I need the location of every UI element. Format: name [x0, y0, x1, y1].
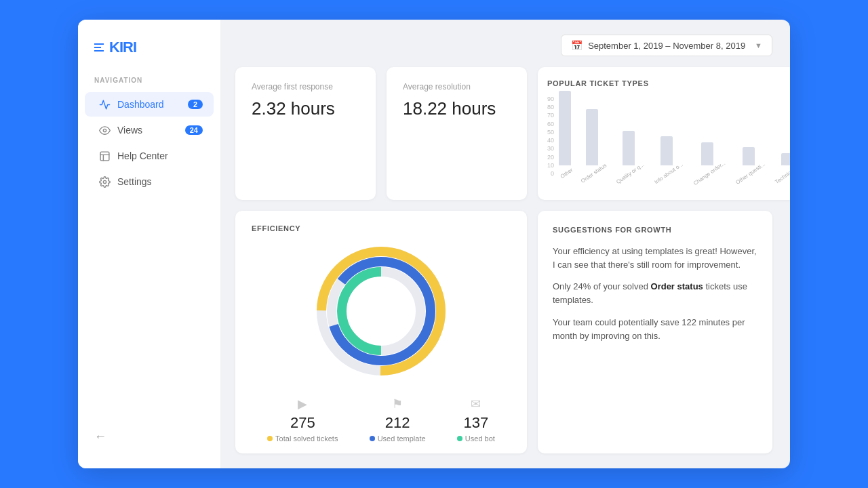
svg-point-4	[103, 180, 106, 183]
sidebar-item-dashboard[interactable]: Dashboard 2	[85, 92, 214, 117]
svg-rect-1	[100, 152, 109, 161]
stats-row: Average first response 2.32 hours Averag…	[235, 67, 527, 200]
date-range-picker[interactable]: 📅 September 1, 2019 – November 8, 2019 ▼	[561, 35, 772, 56]
middle-row: EFFICIENCY	[235, 211, 772, 453]
legend-solved: ▶ 275 Total solved tickets	[267, 396, 338, 443]
bar	[701, 142, 713, 165]
svg-point-0	[103, 129, 106, 131]
dashboard-icon	[98, 98, 111, 110]
legend-bot: ✉ 137 Used bot	[457, 396, 495, 443]
bars-area: OtherOrder statusQuality or q...Info abo…	[558, 96, 790, 190]
settings-icon	[98, 176, 111, 188]
bot-value: 137	[464, 414, 489, 432]
bot-label: Used bot	[457, 434, 495, 443]
template-label: Used template	[370, 434, 426, 443]
bar-x-label: Order status	[580, 162, 608, 184]
help-center-icon	[98, 150, 111, 162]
bar-group: Other questi...	[732, 147, 766, 177]
send-icon: ▶	[298, 396, 307, 411]
avg-first-response-value: 2.32 hours	[252, 98, 359, 119]
sidebar-item-dashboard-badge: 2	[188, 100, 203, 109]
solved-label: Total solved tickets	[267, 434, 338, 443]
bar	[586, 109, 598, 165]
solved-dot	[267, 436, 273, 441]
suggestions-title: SUGGESTIONS FOR GROWTH	[553, 226, 757, 234]
popular-ticket-types-card: POPULAR TICKET TYPES 90 80 70 60 50 40 3…	[538, 67, 790, 200]
y-axis: 90 80 70 60 50 40 30 20 10 0	[547, 96, 554, 177]
avg-resolution-card: Average resolution 18.22 hours	[387, 67, 527, 200]
app-container: KIRI NAVIGATION Dashboard 2	[78, 20, 790, 468]
sidebar-item-settings-label: Settings	[117, 176, 203, 187]
bar	[743, 147, 755, 165]
bot-icon: ✉	[471, 396, 481, 411]
donut-chart	[252, 243, 511, 379]
suggestion-text-2: Only 24% of your solved Order status tic…	[553, 280, 757, 307]
flag-icon: ⚑	[392, 396, 403, 411]
efficiency-card: EFFICIENCY	[235, 211, 527, 453]
logo-text: KIRI	[109, 39, 136, 56]
template-dot	[370, 436, 375, 441]
avg-resolution-value: 18.22 hours	[403, 98, 511, 119]
top-row: Average first response 2.32 hours Averag…	[235, 67, 772, 200]
sidebar-item-dashboard-label: Dashboard	[117, 99, 181, 110]
bar-group: Change order...	[689, 142, 726, 177]
bot-dot	[457, 436, 462, 441]
calendar-icon: 📅	[571, 40, 583, 51]
logo: KIRI	[94, 39, 204, 56]
avg-first-response-label: Average first response	[252, 82, 359, 92]
popular-ticket-types-title: POPULAR TICKET TYPES	[547, 79, 790, 87]
sidebar-item-help-center[interactable]: Help Center	[85, 144, 214, 168]
main-content: 📅 September 1, 2019 – November 8, 2019 ▼…	[220, 20, 790, 468]
avg-resolution-label: Average resolution	[403, 82, 511, 92]
logo-area: KIRI	[78, 39, 220, 77]
sidebar-item-settings[interactable]: Settings	[85, 169, 214, 194]
efficiency-legend: ▶ 275 Total solved tickets ⚑ 212 Used te…	[252, 390, 511, 443]
logo-lines-icon	[94, 43, 104, 52]
date-range-label: September 1, 2019 – November 8, 2019	[588, 41, 745, 51]
back-arrow-button[interactable]: ←	[94, 430, 204, 444]
header-row: 📅 September 1, 2019 – November 8, 2019 ▼	[235, 35, 772, 56]
nav-section-label: NAVIGATION	[78, 77, 220, 91]
sidebar-item-views-label: Views	[117, 125, 178, 136]
bar-group: Order status	[577, 109, 607, 177]
bars-row: OtherOrder statusQuality or q...Info abo…	[558, 96, 790, 177]
sidebar-bottom: ←	[78, 419, 220, 455]
chevron-down-icon: ▼	[755, 41, 762, 49]
suggestions-card: SUGGESTIONS FOR GROWTH Your efficiency a…	[538, 211, 772, 453]
efficiency-title: EFFICIENCY	[252, 224, 511, 232]
sidebar-item-views-badge: 24	[185, 125, 203, 135]
bar	[559, 91, 571, 165]
bar-group: Quality or q...	[612, 131, 645, 177]
bar	[781, 153, 790, 165]
suggestion-text-3: Your team could potentially save 122 min…	[553, 316, 757, 343]
sidebar: KIRI NAVIGATION Dashboard 2	[78, 20, 220, 468]
views-icon	[98, 124, 111, 136]
bar-group: Other	[558, 91, 572, 177]
suggestion-text-1: Your efficiency at using templates is gr…	[553, 245, 757, 272]
nav-items: Dashboard 2 Views 24	[78, 91, 220, 419]
legend-template: ⚑ 212 Used template	[370, 396, 426, 443]
template-value: 212	[385, 414, 410, 432]
bar-group: Technical is...	[771, 153, 790, 177]
sidebar-item-help-label: Help Center	[117, 150, 203, 161]
bar-chart-area: 90 80 70 60 50 40 30 20 10 0	[547, 96, 790, 190]
bar-x-label: Other	[559, 167, 574, 180]
avg-first-response-card: Average first response 2.32 hours	[235, 67, 376, 200]
sidebar-item-views[interactable]: Views 24	[85, 118, 214, 142]
solved-value: 275	[290, 414, 315, 432]
bar	[660, 136, 673, 165]
bar-group: Info about o...	[650, 136, 684, 177]
bar	[623, 131, 635, 165]
